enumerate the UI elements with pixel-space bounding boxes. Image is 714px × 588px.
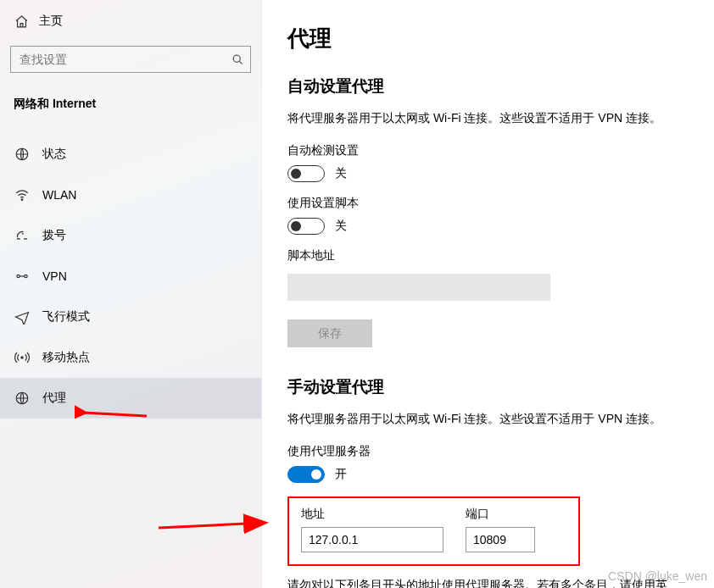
svg-point-5	[21, 357, 23, 358]
sidebar-item-label: 拨号	[42, 228, 66, 243]
proxy-address-input[interactable]	[301, 527, 443, 552]
script-addr-label: 脚本地址	[287, 248, 714, 263]
svg-point-0	[233, 55, 240, 62]
script-address-input[interactable]	[287, 274, 550, 301]
main-content: 代理 自动设置代理 将代理服务器用于以太网或 Wi-Fi 连接。这些设置不适用于…	[262, 0, 714, 588]
search-icon	[225, 53, 250, 66]
proxy-port-input[interactable]	[466, 527, 535, 552]
sidebar: 主页 网络和 Internet 状态 WLAN 拨号	[0, 0, 262, 588]
svg-point-3	[17, 275, 20, 277]
watermark-text: CSDN @luke_wen	[608, 569, 707, 583]
auto-detect-toggle[interactable]	[287, 165, 325, 182]
svg-point-2	[21, 199, 23, 201]
sidebar-item-dialup[interactable]: 拨号	[0, 215, 261, 256]
search-box[interactable]	[10, 46, 251, 73]
address-label: 地址	[301, 507, 443, 522]
use-script-toggle[interactable]	[287, 218, 325, 235]
sidebar-item-status[interactable]: 状态	[0, 134, 261, 175]
globe-icon	[14, 146, 31, 163]
airplane-icon	[14, 308, 31, 325]
sidebar-item-label: 飞行模式	[42, 309, 90, 325]
home-icon	[14, 14, 29, 29]
home-link[interactable]: 主页	[0, 10, 261, 39]
sidebar-item-hotspot[interactable]: 移动热点	[0, 337, 261, 378]
sidebar-item-label: VPN	[42, 269, 67, 283]
sidebar-item-airplane[interactable]: 飞行模式	[0, 297, 261, 337]
manual-heading: 手动设置代理	[287, 376, 714, 398]
sidebar-item-label: 移动热点	[42, 350, 90, 365]
use-proxy-state: 开	[335, 467, 347, 482]
proxy-icon	[14, 390, 31, 407]
search-input[interactable]	[11, 53, 225, 66]
vpn-icon	[14, 268, 31, 285]
sidebar-item-label: 状态	[42, 147, 66, 162]
svg-point-4	[25, 275, 27, 277]
section-label: 网络和 Internet	[0, 73, 261, 120]
sidebar-item-vpn[interactable]: VPN	[0, 256, 261, 297]
use-script-state: 关	[335, 219, 347, 234]
proxy-highlight-box: 地址 端口	[287, 496, 580, 566]
sidebar-item-proxy[interactable]: 代理	[0, 378, 261, 419]
manual-desc: 将代理服务器用于以太网或 Wi-Fi 连接。这些设置不适用于 VPN 连接。	[287, 412, 714, 427]
nav-list: 状态 WLAN 拨号 VPN 飞行模式	[0, 134, 261, 419]
wifi-icon	[14, 186, 31, 203]
use-script-label: 使用设置脚本	[287, 196, 714, 211]
auto-desc: 将代理服务器用于以太网或 Wi-Fi 连接。这些设置不适用于 VPN 连接。	[287, 111, 714, 126]
sidebar-item-label: 代理	[42, 391, 66, 406]
page-title: 代理	[287, 24, 714, 53]
use-proxy-toggle[interactable]	[287, 466, 325, 483]
hotspot-icon	[14, 349, 31, 366]
save-button: 保存	[287, 319, 372, 347]
sidebar-item-label: WLAN	[42, 188, 76, 202]
auto-detect-state: 关	[335, 166, 347, 181]
port-label: 端口	[466, 507, 535, 522]
sidebar-item-wlan[interactable]: WLAN	[0, 175, 261, 215]
dialup-icon	[14, 227, 31, 244]
auto-detect-label: 自动检测设置	[287, 143, 714, 158]
use-proxy-label: 使用代理服务器	[287, 444, 714, 459]
home-label: 主页	[39, 14, 63, 29]
auto-heading: 自动设置代理	[287, 75, 714, 97]
